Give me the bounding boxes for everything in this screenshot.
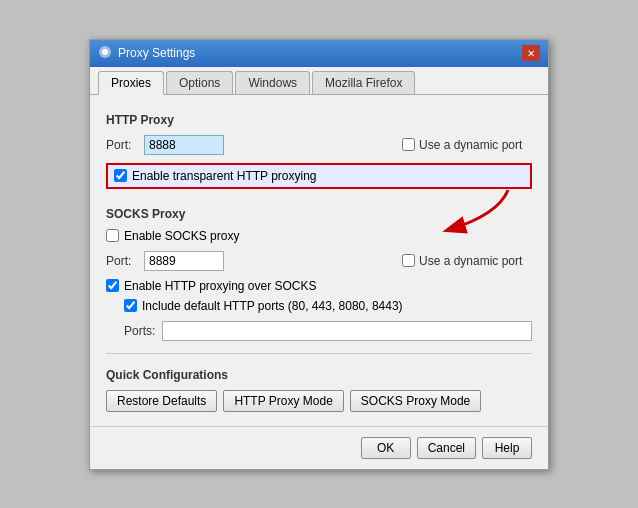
svg-point-1	[102, 49, 108, 55]
tab-windows[interactable]: Windows	[235, 71, 310, 94]
enable-socks-label: Enable SOCKS proxy	[124, 229, 239, 243]
close-button[interactable]: ✕	[522, 45, 540, 61]
http-port-row: Port: Use a dynamic port	[106, 135, 532, 155]
enable-transparent-row: Enable transparent HTTP proxying	[106, 163, 532, 189]
tab-options[interactable]: Options	[166, 71, 233, 94]
tab-bar: Proxies Options Windows Mozilla Firefox	[90, 67, 548, 95]
socks-port-row: Port: Use a dynamic port	[106, 251, 532, 271]
include-default-ports-checkbox[interactable]	[124, 299, 137, 312]
quick-config-title: Quick Configurations	[106, 368, 532, 382]
tab-proxies[interactable]: Proxies	[98, 71, 164, 95]
http-proxy-mode-button[interactable]: HTTP Proxy Mode	[223, 390, 343, 412]
http-port-label: Port:	[106, 138, 138, 152]
socks-dynamic-port-label: Use a dynamic port	[419, 254, 522, 268]
enable-http-over-socks-checkbox[interactable]	[106, 279, 119, 292]
socks-proxy-section-title: SOCKS Proxy	[106, 207, 532, 221]
http-port-input[interactable]	[144, 135, 224, 155]
enable-http-over-socks-label: Enable HTTP proxying over SOCKS	[124, 279, 317, 293]
window-title: Proxy Settings	[118, 46, 195, 60]
cancel-button[interactable]: Cancel	[417, 437, 476, 459]
socks-dynamic-port-checkbox[interactable]	[402, 254, 415, 267]
ports-label: Ports:	[124, 324, 156, 338]
include-default-ports-label: Include default HTTP ports (80, 443, 808…	[142, 299, 403, 313]
quick-config-section: Quick Configurations Restore Defaults HT…	[106, 353, 532, 412]
ok-button[interactable]: OK	[361, 437, 411, 459]
proxy-settings-window: Proxy Settings ✕ Proxies Options Windows…	[89, 39, 549, 470]
socks-port-label: Port:	[106, 254, 138, 268]
title-icon	[98, 45, 112, 62]
title-bar-left: Proxy Settings	[98, 45, 195, 62]
enable-http-over-socks-row: Enable HTTP proxying over SOCKS	[106, 279, 532, 293]
main-content: HTTP Proxy Port: Use a dynamic port Enab…	[90, 95, 548, 426]
socks-port-input[interactable]	[144, 251, 224, 271]
custom-ports-row: Ports:	[124, 321, 532, 341]
ports-input[interactable]	[162, 321, 532, 341]
http-dynamic-port-checkbox[interactable]	[402, 138, 415, 151]
help-button[interactable]: Help	[482, 437, 532, 459]
footer: OK Cancel Help	[90, 426, 548, 469]
include-default-ports-row: Include default HTTP ports (80, 443, 808…	[124, 299, 532, 313]
socks-proxy-mode-button[interactable]: SOCKS Proxy Mode	[350, 390, 481, 412]
enable-socks-row: Enable SOCKS proxy	[106, 229, 532, 243]
http-proxy-section-title: HTTP Proxy	[106, 113, 532, 127]
quick-config-buttons: Restore Defaults HTTP Proxy Mode SOCKS P…	[106, 390, 532, 412]
http-dynamic-port-label: Use a dynamic port	[419, 138, 522, 152]
tab-firefox[interactable]: Mozilla Firefox	[312, 71, 415, 94]
http-dynamic-port-row[interactable]: Use a dynamic port	[402, 138, 532, 152]
socks-dynamic-port-row[interactable]: Use a dynamic port	[402, 254, 532, 268]
enable-transparent-checkbox[interactable]	[114, 169, 127, 182]
enable-transparent-label: Enable transparent HTTP proxying	[132, 169, 317, 183]
enable-socks-checkbox[interactable]	[106, 229, 119, 242]
restore-defaults-button[interactable]: Restore Defaults	[106, 390, 217, 412]
title-bar: Proxy Settings ✕	[90, 40, 548, 67]
